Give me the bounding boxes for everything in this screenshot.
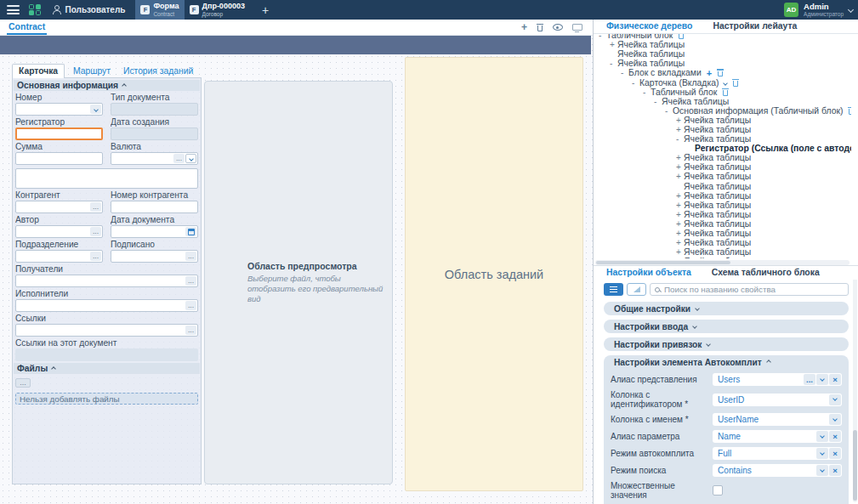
property-search-input[interactable] (664, 285, 844, 294)
chevron-down-icon[interactable] (816, 465, 828, 476)
form-field-input[interactable] (15, 127, 103, 140)
clear-button[interactable]: × (829, 448, 841, 459)
chevron-down-icon[interactable] (829, 394, 841, 405)
form-field-input[interactable]: ... (15, 299, 198, 312)
form-header-band[interactable] (0, 36, 591, 54)
tree-expander[interactable]: + (676, 191, 684, 201)
tree-item[interactable]: -Карточка (Вкладка) (594, 77, 851, 87)
settings-group-header[interactable]: Общие настройки (604, 302, 849, 315)
sort-view-button[interactable] (627, 283, 646, 296)
form-textarea[interactable] (15, 168, 198, 189)
checkbox[interactable] (713, 485, 723, 496)
tree-item[interactable]: +Ячейка таблицы (594, 172, 851, 181)
trash-icon[interactable] (717, 69, 724, 76)
settings-vertical-scrollbar[interactable] (853, 266, 857, 502)
tree-item[interactable]: -Табличный блок (594, 88, 851, 97)
setting-control[interactable]: Name× (713, 430, 842, 443)
form-field-input[interactable]: ... (111, 152, 198, 165)
ellipsis-button[interactable]: ... (185, 326, 196, 335)
add-icon[interactable]: + (707, 68, 712, 78)
form-tab[interactable]: Маршрут (73, 66, 111, 78)
tree-item[interactable]: +Ячейка таблицы (594, 210, 851, 219)
tree-item[interactable]: Регистратор (Ссылка (поле с автодополнен… (594, 144, 851, 153)
tree-expander[interactable]: + (676, 257, 684, 258)
clear-button[interactable]: × (829, 374, 841, 385)
ellipsis-button[interactable]: ... (804, 374, 815, 385)
settings-group-header[interactable]: Настройки элемента Автокомплит (604, 355, 849, 369)
clear-button[interactable]: × (829, 465, 841, 476)
form-field-input[interactable] (111, 201, 198, 213)
monitor-icon[interactable] (572, 24, 582, 31)
form-tab[interactable]: Карточка (12, 64, 65, 78)
tree-item[interactable]: -Ячейка таблицы (594, 134, 851, 144)
ellipsis-button[interactable]: ... (173, 154, 185, 163)
form-field-input[interactable]: ... (111, 250, 198, 263)
setting-control[interactable]: Users...× (713, 373, 842, 386)
setting-control[interactable]: UserName (713, 413, 842, 426)
tree-expander[interactable]: + (676, 162, 684, 172)
tree-item[interactable]: -Ячейка таблицы (594, 97, 851, 106)
ellipsis-button[interactable]: ... (185, 252, 196, 261)
form-tab[interactable]: История заданий (123, 66, 193, 78)
tree-expander[interactable]: - (632, 78, 639, 88)
clear-button[interactable]: × (829, 431, 841, 442)
tree-expander[interactable]: + (610, 40, 617, 49)
form-field-input[interactable] (15, 152, 103, 165)
tree-item[interactable]: +Ячейка таблицы (594, 162, 851, 172)
tree-item[interactable]: +Ячейка таблицы (594, 191, 851, 201)
tree-expander[interactable]: + (676, 116, 684, 125)
tree-expander[interactable]: + (676, 247, 684, 257)
main-section-header[interactable]: Основная информация (14, 80, 200, 91)
chevron-down-icon[interactable] (816, 374, 828, 385)
tree-expander[interactable]: + (676, 229, 684, 238)
tree-expander[interactable]: - (643, 88, 651, 97)
form-field-input[interactable]: ... (15, 250, 103, 263)
tree-item[interactable]: +Ячейка таблицы (594, 201, 851, 210)
tree-item[interactable]: -Ячейка таблицы (594, 59, 851, 68)
ellipsis-button[interactable]: ... (90, 227, 101, 236)
tree-item[interactable]: Ячейка таблицы (594, 182, 851, 191)
setting-control[interactable]: Full× (713, 447, 842, 460)
ellipsis-button[interactable]: ... (90, 202, 101, 212)
tree-item[interactable]: -Блок с вкладками+ (594, 68, 851, 77)
tree-expander[interactable]: + (676, 153, 684, 162)
new-tab-button[interactable]: + (262, 4, 269, 16)
form-field-input[interactable]: ... (15, 324, 198, 337)
trash-icon[interactable] (722, 88, 729, 96)
chevron-down-icon[interactable] (816, 448, 828, 459)
list-view-button[interactable] (604, 283, 623, 296)
tree-item[interactable]: +Ячейка таблицы (594, 238, 851, 247)
tree-expander[interactable]: + (676, 210, 684, 219)
app-logo-icon[interactable] (29, 4, 41, 16)
panel-tab[interactable]: Настройки лейаута (713, 21, 797, 31)
tree-expander[interactable]: - (676, 134, 684, 144)
form-field-input[interactable] (15, 103, 103, 116)
tree-expander[interactable]: + (676, 172, 684, 181)
files-ellipsis-button[interactable]: ... (15, 378, 31, 388)
ellipsis-button[interactable]: ... (90, 252, 101, 261)
tree-item[interactable]: +Ячейка таблицы (594, 125, 851, 134)
tree-item[interactable]: +Ячейка таблицы (594, 116, 851, 125)
files-section-header[interactable]: Файлы (14, 363, 200, 374)
tree-expander[interactable]: - (665, 106, 673, 116)
add-icon[interactable]: + (521, 23, 527, 31)
ellipsis-button[interactable]: ... (185, 301, 196, 310)
tree-expander[interactable]: + (676, 201, 684, 210)
document-tab[interactable]: FДпр-000003Договор (185, 0, 250, 20)
trash-icon[interactable] (848, 107, 851, 115)
tree-expander[interactable]: + (676, 125, 684, 134)
eye-icon[interactable] (553, 24, 563, 31)
chevron-down-icon[interactable] (724, 77, 727, 87)
setting-control[interactable]: UserID (713, 394, 842, 406)
calendar-icon[interactable] (185, 227, 196, 236)
tree-item[interactable]: +Ячейка таблицы (594, 257, 851, 258)
panel-tab[interactable]: Схема табличного блока (712, 268, 820, 277)
tree-expander[interactable]: - (610, 59, 617, 68)
tree-item[interactable]: -Основная информация (Табличный блок) (594, 106, 851, 116)
tree-item[interactable]: +Ячейка таблицы (594, 229, 851, 238)
page-tab-contract[interactable]: Contract (7, 20, 47, 35)
tree-item[interactable]: +Ячейка таблицы (594, 153, 851, 162)
menu-icon[interactable] (7, 5, 20, 14)
document-tab[interactable]: FФормаContract (135, 0, 184, 20)
panel-tab[interactable]: Настройки объекта (606, 268, 691, 277)
